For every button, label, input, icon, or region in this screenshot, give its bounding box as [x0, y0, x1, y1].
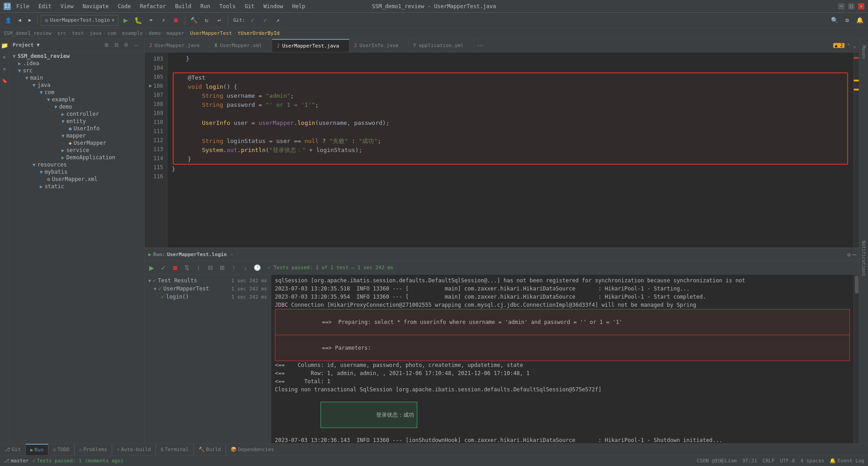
toggle-sort-btn[interactable]: ⇅ [182, 263, 192, 273]
line-endings-status[interactable]: CRLF [763, 458, 775, 464]
more-tabs-button[interactable]: ⋯ [474, 39, 486, 52]
git-branch-status[interactable]: ⎇ master [4, 458, 29, 464]
collapse-all-run-btn[interactable]: ⊟ [205, 263, 215, 273]
bc-src[interactable]: src [57, 30, 66, 36]
notifications-button[interactable]: 🔔 [854, 15, 865, 26]
tree-idea[interactable]: ▶ .idea [9, 60, 144, 67]
expand-all-run-btn[interactable]: ⊞ [217, 263, 227, 273]
test-class-item[interactable]: ▼ ✓ UserMapperTest 1 sec 242 ms [145, 285, 271, 293]
tree-service[interactable]: ▶ service [9, 147, 144, 154]
console-scrollbar[interactable] [854, 275, 859, 443]
minimize-panel-icon[interactable]: ─ [853, 251, 856, 258]
tree-controller[interactable]: ▶ controller [9, 110, 144, 118]
debug-button[interactable]: 🐛 [133, 15, 144, 26]
navigate-back[interactable]: ◀ [15, 15, 24, 26]
bc-class[interactable]: UserMapperTest [190, 30, 232, 36]
bc-test[interactable]: test [72, 30, 84, 36]
terminal-tab[interactable]: $ Terminal [156, 444, 194, 455]
tab-usermapper-xml[interactable]: X UserMapper.xml ✕ [210, 39, 272, 52]
settings-button[interactable]: ⚙ [842, 15, 853, 26]
stop-run-btn[interactable]: ⏹ [170, 263, 180, 273]
bc-example[interactable]: example [122, 30, 143, 36]
indent-status[interactable]: 4 spaces [800, 458, 824, 464]
menu-build[interactable]: Build [173, 2, 193, 10]
test-pass-status-bar[interactable]: ✓ Tests passed: 1 (moments ago) [33, 458, 124, 464]
user-icon[interactable]: 👤 [3, 15, 14, 26]
stop-button[interactable]: ⏹ [171, 15, 182, 26]
tree-usermapper-xml[interactable]: ⚙ UserMapper.xml [9, 176, 144, 183]
dependencies-tab[interactable]: 📦 Dependencies [226, 444, 278, 455]
tree-root[interactable]: ▼ SSM_demo1_review [9, 52, 144, 60]
maximize-button[interactable]: □ [848, 3, 854, 10]
tree-demo[interactable]: ▼ demo [9, 103, 144, 110]
tab-usermappertest-java[interactable]: J UserMapperTest.java ✕ [272, 39, 349, 52]
structure-icon[interactable]: ≡ [0, 64, 9, 73]
menu-refactor[interactable]: Refactor [138, 2, 168, 10]
bookmarks-icon[interactable]: 🔖 [0, 76, 9, 85]
menu-view[interactable]: View [59, 2, 75, 10]
menu-navigate[interactable]: Navigate [81, 2, 111, 10]
navigate-forward[interactable]: ▶ [26, 15, 34, 26]
tree-userinfo[interactable]: ● UserInfo [9, 125, 144, 132]
tree-example[interactable]: ▼ example [9, 96, 144, 103]
sync-button[interactable]: ↻ [201, 15, 212, 26]
git-push[interactable]: ✓ [259, 15, 270, 26]
profile-button[interactable]: ⚡ [158, 15, 169, 26]
encoding-status[interactable]: UTF-8 [780, 458, 795, 464]
toggle-sort2-btn[interactable]: ↕ [193, 263, 203, 273]
build-tab[interactable]: 🔨 Build [194, 444, 226, 455]
line-col-status[interactable]: 97:31 [742, 458, 757, 464]
settings-gear-icon[interactable]: ⚙ [847, 252, 850, 258]
bc-demo[interactable]: demo [149, 30, 161, 36]
run-button[interactable]: ▶ [120, 15, 131, 26]
tab-usermapper-java[interactable]: J UserMapper.java ✕ [145, 39, 210, 52]
menu-tools[interactable]: Tools [217, 2, 237, 10]
scroll-up-btn[interactable]: ↑ [229, 263, 239, 273]
tree-mybatis[interactable]: ▼ mybatis [9, 168, 144, 176]
close-button[interactable]: ✕ [858, 3, 864, 10]
window-controls[interactable]: ─ □ ✕ [838, 3, 864, 10]
menu-run[interactable]: Run [198, 2, 212, 10]
run-gutter-icon[interactable]: ▶ [149, 81, 152, 90]
project-view-icon[interactable]: 📁 [0, 41, 9, 50]
tab-userinfo-java[interactable]: J UserInfo.java ✕ [349, 39, 409, 52]
test-method-item[interactable]: ✓ login() 1 sec 242 ms [145, 293, 271, 301]
code-content[interactable]: } @Test [167, 52, 854, 247]
warning-count[interactable]: ▲ 2 [833, 43, 844, 48]
build-button[interactable]: 🔨 [189, 15, 199, 26]
tree-com[interactable]: ▼ com [9, 89, 144, 96]
scroll-down-btn[interactable]: ↓ [241, 263, 250, 273]
tree-main[interactable]: ▼ main [9, 74, 144, 81]
tree-src[interactable]: ▼ src [9, 67, 144, 74]
bc-com[interactable]: com [107, 30, 116, 36]
expand-all-btn[interactable]: ⊞ [102, 41, 111, 50]
run-tab-close[interactable]: ✕ [231, 252, 233, 257]
console-output[interactable]: sqlSession [org.apache.ibatis.session.de… [271, 275, 854, 443]
coverage-button[interactable]: ☂ [146, 15, 156, 26]
expand-editor-btn[interactable]: ⌃ [847, 43, 850, 49]
tree-demoapplication[interactable]: ▶ DemoApplication [9, 154, 144, 161]
bc-mapper[interactable]: mapper [166, 30, 184, 36]
git-pull[interactable]: ↗ [272, 15, 283, 26]
menu-help[interactable]: Help [290, 2, 307, 10]
menu-window[interactable]: Window [262, 2, 285, 10]
collapse-all-btn[interactable]: ⊟ [112, 41, 121, 50]
search-everywhere[interactable]: 🔍 [829, 15, 840, 26]
sidebar-settings-btn[interactable]: ⚙ [122, 41, 131, 50]
run-config-selector[interactable]: ⚙ UserMapperTest.login ▼ [41, 15, 118, 26]
git-tab[interactable]: ⎇ Git [0, 444, 26, 455]
collapse-editor-btn[interactable]: ⌄ [853, 43, 856, 49]
menu-edit[interactable]: Edit [37, 2, 53, 10]
tree-usermapper[interactable]: ◆ UserMapper [9, 139, 144, 147]
editor-scrollbar[interactable] [854, 52, 859, 247]
commit-icon[interactable]: ⊕ [0, 52, 9, 62]
bc-java[interactable]: java [90, 30, 102, 36]
tab-application-yml[interactable]: Y application.yml ✕ [409, 39, 474, 52]
minimize-button[interactable]: ─ [838, 3, 844, 10]
menu-git[interactable]: Git [243, 2, 256, 10]
event-log-status[interactable]: 🔔 Event Log [830, 458, 864, 464]
maven-panel-icon[interactable]: Maven [859, 41, 868, 63]
run-again-btn[interactable]: ▶ [146, 263, 156, 273]
console-scroll-thumb[interactable] [855, 276, 859, 294]
problems-tab[interactable]: ⚠ Problems [75, 444, 113, 455]
